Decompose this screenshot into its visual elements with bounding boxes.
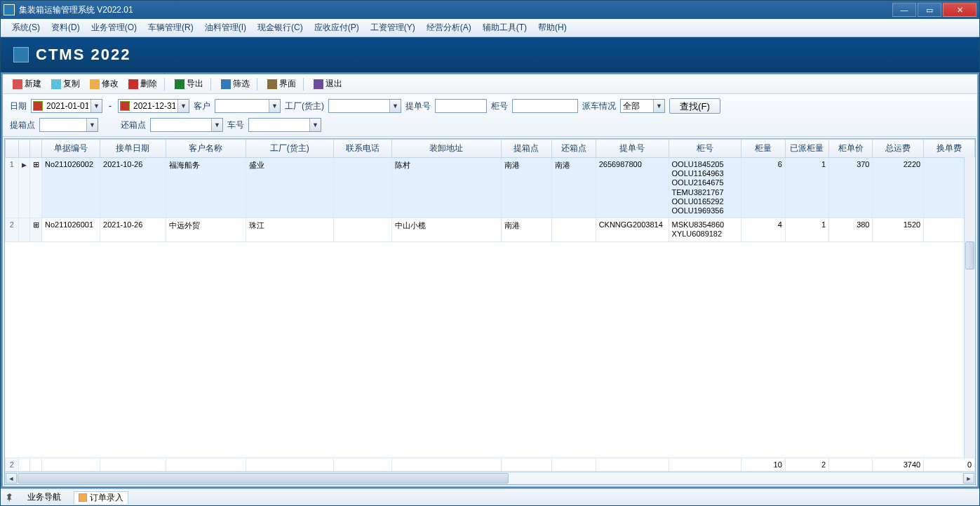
bill-input[interactable] (436, 100, 486, 112)
date-from-input[interactable] (44, 100, 90, 112)
chevron-down-icon[interactable]: ▼ (309, 119, 321, 131)
cell-pickup: 南港 (501, 218, 552, 241)
row-selector[interactable] (18, 218, 30, 241)
close-button[interactable]: ✕ (943, 3, 976, 17)
cell-return: 南港 (552, 158, 596, 218)
menu-cash[interactable]: 现金银行(C) (252, 22, 309, 34)
menu-analysis[interactable]: 经营分析(A) (421, 22, 477, 34)
scroll-track[interactable] (18, 473, 962, 484)
delete-label: 删除 (140, 78, 157, 90)
delete-icon (128, 79, 138, 89)
col-total[interactable]: 总运费 (873, 140, 924, 158)
carno-combo[interactable]: ▼ (248, 118, 321, 132)
customer-combo[interactable]: ▼ (215, 99, 281, 113)
grid: 单据编号 接单日期 客户名称 工厂(货主) 联系电话 装卸地址 提箱点 还箱点 … (4, 138, 976, 485)
col-return[interactable]: 还箱点 (552, 140, 596, 158)
scrollbar-thumb[interactable] (965, 241, 974, 269)
col-addr[interactable]: 装卸地址 (391, 140, 501, 158)
col-bill[interactable]: 提单号 (596, 140, 669, 158)
status-nav[interactable]: 业务导航 (23, 491, 65, 503)
cell-factory: 盛业 (246, 158, 333, 218)
menu-system[interactable]: 系统(S) (6, 22, 46, 34)
date-from-combo[interactable]: ▼ (31, 99, 102, 113)
filter-button[interactable]: 筛选 (217, 76, 254, 91)
carno-input[interactable] (249, 119, 309, 131)
col-cust[interactable]: 客户名称 (166, 140, 246, 158)
chevron-down-icon[interactable]: ▼ (653, 100, 664, 112)
vertical-scrollbar[interactable] (964, 157, 975, 458)
horizontal-scrollbar[interactable]: ◄ ► (5, 472, 975, 484)
menu-aux[interactable]: 辅助工具(T) (477, 22, 532, 34)
cab-input-wrap[interactable] (512, 99, 578, 113)
cell-addr: 陈村 (391, 158, 501, 218)
menu-vehicle[interactable]: 车辆管理(R) (142, 22, 199, 34)
banner-icon (13, 47, 29, 62)
menu-data[interactable]: 资料(D) (46, 22, 86, 34)
export-button[interactable]: 导出 (170, 76, 208, 91)
menu-biz[interactable]: 业务管理(O) (86, 22, 142, 34)
col-disp[interactable]: 已派柜量 (785, 140, 828, 158)
exit-button[interactable]: 退出 (309, 76, 347, 91)
search-button[interactable]: 查找(F) (669, 98, 720, 114)
chevron-down-icon[interactable]: ▼ (389, 100, 401, 112)
col-no[interactable]: 单据编号 (41, 140, 100, 158)
col-date[interactable]: 接单日期 (100, 140, 166, 158)
table-row[interactable]: 2⊞No2110260012021-10-26中远外贸珠江中山小榄南港CKNNG… (6, 218, 975, 241)
window-title: 集装箱运输管理系统 V2022.01 (19, 4, 891, 16)
customer-label: 客户 (194, 100, 210, 112)
menu-salary[interactable]: 工资管理(Y) (365, 22, 421, 34)
content: 新建 复制 修改 删除 导出 筛选 界面 退出 日期 ▼ - ▼ 客户 ▼ 工厂… (2, 74, 978, 487)
statusbar: 业务导航 订单录入 (1, 488, 979, 505)
pin-icon[interactable] (5, 493, 15, 502)
dispatch-label: 派车情况 (582, 100, 616, 112)
chevron-down-icon[interactable]: ▼ (86, 119, 98, 131)
chevron-down-icon[interactable]: ▼ (177, 100, 189, 112)
factory-combo[interactable]: ▼ (328, 99, 401, 113)
pickup-combo[interactable]: ▼ (39, 118, 98, 132)
scroll-left-button[interactable]: ◄ (6, 473, 17, 484)
customer-input[interactable] (215, 100, 269, 112)
col-pickup[interactable]: 提箱点 (501, 140, 552, 158)
dispatch-input[interactable] (621, 100, 653, 112)
col-cab[interactable]: 柜号 (669, 140, 741, 158)
cab-input[interactable] (513, 100, 577, 112)
menu-help[interactable]: 帮助(H) (532, 22, 572, 34)
date-to-input[interactable] (131, 100, 177, 112)
col-factory[interactable]: 工厂(货主) (246, 140, 333, 158)
maximize-button[interactable]: ▭ (918, 3, 941, 17)
dispatch-combo[interactable]: ▼ (620, 99, 665, 113)
separator (303, 78, 304, 91)
col-swap[interactable]: 换单费 (924, 140, 975, 158)
menu-oil[interactable]: 油料管理(I) (199, 22, 252, 34)
bill-input-wrap[interactable] (435, 99, 487, 113)
minimize-button[interactable]: — (892, 3, 916, 17)
cell-unit: 370 (829, 158, 873, 218)
chevron-down-icon[interactable]: ▼ (211, 119, 222, 131)
row-index: 1 (6, 158, 19, 218)
table-row[interactable]: 1▶⊞No2110260022021-10-26福海船务盛业陈村南港南港2656… (6, 158, 975, 218)
menu-ar[interactable]: 应收应付(P) (309, 22, 365, 34)
scroll-right-button[interactable]: ► (963, 473, 974, 484)
copy-button[interactable]: 复制 (47, 76, 84, 91)
chevron-down-icon[interactable]: ▼ (90, 100, 102, 112)
ui-button[interactable]: 界面 (263, 76, 300, 91)
status-order-tab[interactable]: 订单录入 (74, 491, 128, 504)
col-qty[interactable]: 柜量 (741, 140, 785, 158)
col-unit[interactable]: 柜单价 (829, 140, 873, 158)
pickup-input[interactable] (40, 119, 86, 131)
row-selector[interactable]: ▶ (18, 158, 30, 218)
date-to-combo[interactable]: ▼ (118, 99, 189, 113)
return-combo[interactable]: ▼ (150, 118, 223, 132)
footer-swap: 0 (924, 458, 975, 472)
scrollbar-thumb[interactable] (18, 473, 509, 484)
return-input[interactable] (151, 119, 211, 131)
chevron-down-icon[interactable]: ▼ (269, 100, 280, 112)
copy-icon (51, 79, 61, 89)
factory-input[interactable] (329, 100, 389, 112)
delete-button[interactable]: 删除 (124, 76, 161, 91)
new-button[interactable]: 新建 (8, 76, 46, 91)
expand-button[interactable]: ⊞ (30, 158, 42, 218)
expand-button[interactable]: ⊞ (30, 218, 42, 241)
col-phone[interactable]: 联系电话 (333, 140, 391, 158)
edit-button[interactable]: 修改 (86, 76, 123, 91)
